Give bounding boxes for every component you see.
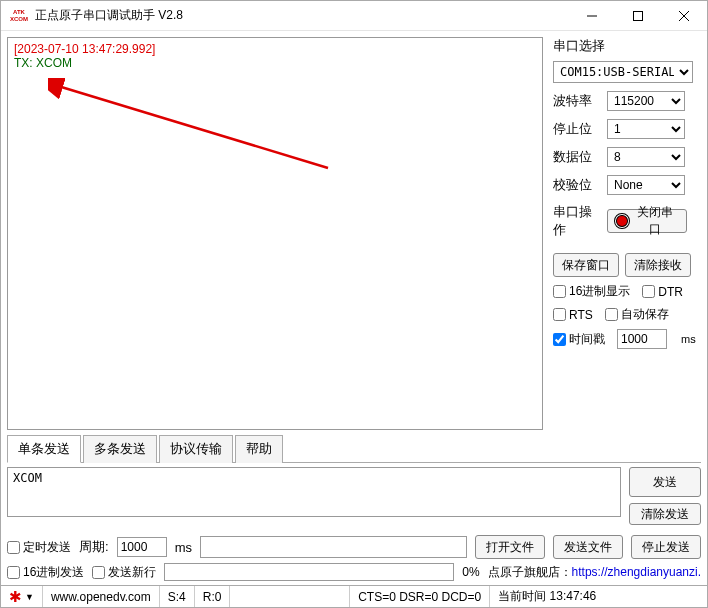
app-window: ATK XCOM 正点原子串口调试助手 V2.8 [2023-07-10 13:… [0,0,708,608]
progress-percent: 0% [462,565,479,579]
window-title: 正点原子串口调试助手 V2.8 [35,7,183,24]
parity-select[interactable]: None [607,175,685,195]
clear-recv-button[interactable]: 清除接收 [625,253,691,277]
chevron-down-icon: ▼ [25,592,34,602]
svg-rect-1 [634,11,643,20]
tab-single-send[interactable]: 单条发送 [7,435,81,463]
close-button[interactable] [661,1,707,31]
send-button[interactable]: 发送 [629,467,701,497]
status-time: 当前时间 13:47:46 [490,586,604,607]
save-window-button[interactable]: 保存窗口 [553,253,619,277]
status-bar: ✱▼ www.openedv.com S:4 R:0 CTS=0 DSR=0 D… [1,585,707,607]
dtr-checkbox[interactable]: DTR [642,285,683,299]
baud-label: 波特率 [553,92,601,110]
tab-bar: 单条发送 多条发送 协议传输 帮助 [7,434,701,463]
period-input[interactable] [117,537,167,557]
annotation-arrow [48,78,348,198]
stopbits-select[interactable]: 1 [607,119,685,139]
databits-select[interactable]: 8 [607,147,685,167]
send-newline-checkbox[interactable]: 发送新行 [92,564,156,581]
status-url[interactable]: www.openedv.com [43,586,160,607]
file-path-input[interactable] [200,536,467,558]
timed-send-checkbox[interactable]: 定时发送 [7,539,71,556]
stop-send-button[interactable]: 停止发送 [631,535,701,559]
hex-display-checkbox[interactable]: 16进制显示 [553,283,630,300]
tab-multi-send[interactable]: 多条发送 [83,435,157,463]
close-port-button[interactable]: 关闭串口 [607,209,687,233]
status-sent: S:4 [160,586,195,607]
settings-button[interactable]: ✱▼ [1,586,43,607]
hex-send-checkbox[interactable]: 16进制发送 [7,564,84,581]
shop-link-row: 点原子旗舰店：https://zhengdianyuanzi. [488,564,701,581]
send-file-button[interactable]: 发送文件 [553,535,623,559]
stop-label: 停止位 [553,120,601,138]
port-section-title: 串口选择 [553,37,697,55]
tab-protocol[interactable]: 协议传输 [159,435,233,463]
receive-textarea[interactable]: [2023-07-10 13:47:29.992] TX: XCOM [7,37,543,430]
maximize-button[interactable] [615,1,661,31]
app-logo: ATK XCOM [9,8,29,24]
autosave-checkbox[interactable]: 自动保存 [605,306,669,323]
parity-label: 校验位 [553,176,601,194]
timestamp-checkbox[interactable]: 时间戳 [553,331,605,348]
port-select[interactable]: COM15:USB-SERIAL CH34 [553,61,693,83]
baud-select[interactable]: 115200 [607,91,685,111]
progress-bar [164,563,454,581]
tab-help[interactable]: 帮助 [235,435,283,463]
shop-link[interactable]: https://zhengdianyuanzi. [572,565,701,579]
clear-send-button[interactable]: 清除发送 [629,503,701,525]
send-buttons: 发送 清除发送 [629,467,701,525]
window-controls [569,1,707,31]
ms-label: ms [681,333,696,345]
minimize-icon [587,11,597,21]
send-textarea[interactable]: XCOM [7,467,621,517]
side-panel: 串口选择 COM15:USB-SERIAL CH34 波特率 115200 停止… [547,31,707,434]
open-file-button[interactable]: 打开文件 [475,535,545,559]
window-body: [2023-07-10 13:47:29.992] TX: XCOM 串口选择 … [1,31,707,607]
status-signals: CTS=0 DSR=0 DCD=0 [350,586,490,607]
title-bar: ATK XCOM 正点原子串口调试助手 V2.8 [1,1,707,31]
maximize-icon [633,11,643,21]
record-icon [616,215,628,227]
status-recv: R:0 [195,586,231,607]
bottom-rows: 定时发送 周期: ms 打开文件 发送文件 停止发送 16进制发送 发送新行 0… [7,531,701,581]
svg-line-5 [58,86,328,168]
recv-timestamp-line: [2023-07-10 13:47:29.992] [14,42,536,56]
gear-icon: ✱ [9,588,22,606]
recv-tx-line: TX: XCOM [14,56,536,70]
period-label: 周期: [79,538,109,556]
send-panel: XCOM 发送 清除发送 [7,467,701,525]
period-ms: ms [175,540,192,555]
upper-pane: [2023-07-10 13:47:29.992] TX: XCOM 串口选择 … [1,31,707,434]
close-icon [679,11,689,21]
timestamp-interval-input[interactable] [617,329,667,349]
status-spacer [230,586,350,607]
minimize-button[interactable] [569,1,615,31]
rts-checkbox[interactable]: RTS [553,308,593,322]
data-label: 数据位 [553,148,601,166]
port-op-label: 串口操作 [553,203,601,239]
